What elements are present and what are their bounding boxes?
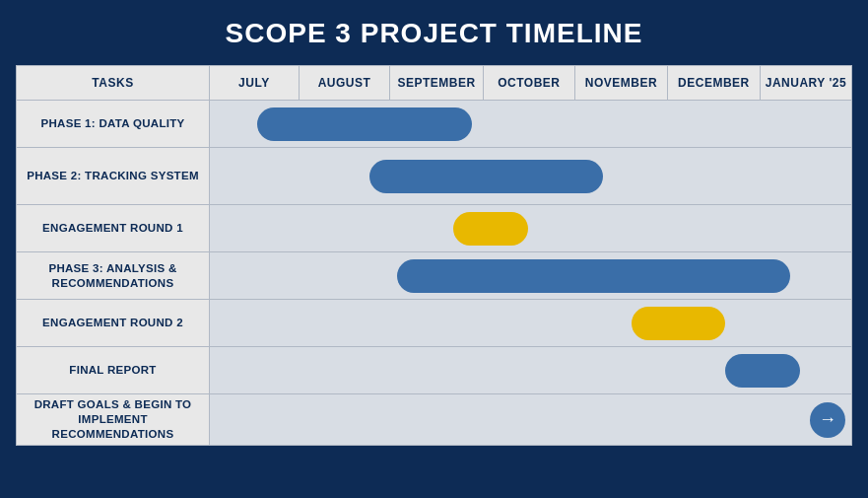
col-october: OCTOBER bbox=[483, 66, 574, 101]
bar-cell-0 bbox=[210, 101, 852, 148]
bar-3 bbox=[397, 259, 790, 293]
bar-0 bbox=[257, 107, 473, 141]
task-label-4: ENGAGEMENT ROUND 2 bbox=[17, 300, 210, 347]
col-december: DECEMBER bbox=[667, 66, 760, 101]
table-row: PHASE 3: ANALYSIS & RECOMMENDATIONS bbox=[17, 252, 852, 300]
task-label-5: FINAL REPORT bbox=[17, 347, 210, 394]
task-label-3: PHASE 3: ANALYSIS & RECOMMENDATIONS bbox=[17, 252, 210, 300]
table-row: DRAFT GOALS & BEGIN TO IMPLEMENT RECOMME… bbox=[17, 394, 852, 446]
bar-5 bbox=[725, 354, 800, 388]
task-label-6: DRAFT GOALS & BEGIN TO IMPLEMENT RECOMME… bbox=[17, 394, 210, 446]
bar-cell-3 bbox=[210, 252, 852, 300]
table-row: PHASE 2: TRACKING SYSTEM bbox=[17, 148, 852, 205]
bar-2 bbox=[453, 212, 528, 246]
bar-cell-1 bbox=[210, 148, 852, 205]
arrow-circle: → bbox=[810, 402, 845, 438]
col-august: AUGUST bbox=[299, 66, 389, 101]
header-row: TASKS JULY AUGUST SEPTEMBER OCTOBER NOVE… bbox=[17, 66, 852, 101]
bar-1 bbox=[369, 160, 604, 193]
gantt-table: TASKS JULY AUGUST SEPTEMBER OCTOBER NOVE… bbox=[16, 65, 852, 446]
table-row: PHASE 1: DATA QUALITY bbox=[17, 101, 852, 148]
bar-cell-2 bbox=[210, 205, 852, 252]
col-november: NOVEMBER bbox=[574, 66, 667, 101]
task-label-1: PHASE 2: TRACKING SYSTEM bbox=[17, 148, 210, 205]
task-label-2: ENGAGEMENT ROUND 1 bbox=[17, 205, 210, 252]
table-row: ENGAGEMENT ROUND 1 bbox=[17, 205, 852, 252]
col-january: JANUARY '25 bbox=[760, 66, 851, 101]
col-july: JULY bbox=[210, 66, 300, 101]
tasks-header: TASKS bbox=[17, 66, 210, 101]
bar-cell-4 bbox=[210, 300, 852, 347]
task-label-0: PHASE 1: DATA QUALITY bbox=[17, 101, 210, 148]
table-row: ENGAGEMENT ROUND 2 bbox=[17, 300, 852, 347]
page-title: SCOPE 3 PROJECT TIMELINE bbox=[226, 18, 643, 49]
bar-cell-6: → bbox=[210, 394, 852, 446]
bar-cell-5 bbox=[210, 347, 852, 394]
bar-4 bbox=[632, 307, 725, 340]
col-september: SEPTEMBER bbox=[390, 66, 483, 101]
table-row: FINAL REPORT bbox=[17, 347, 852, 394]
